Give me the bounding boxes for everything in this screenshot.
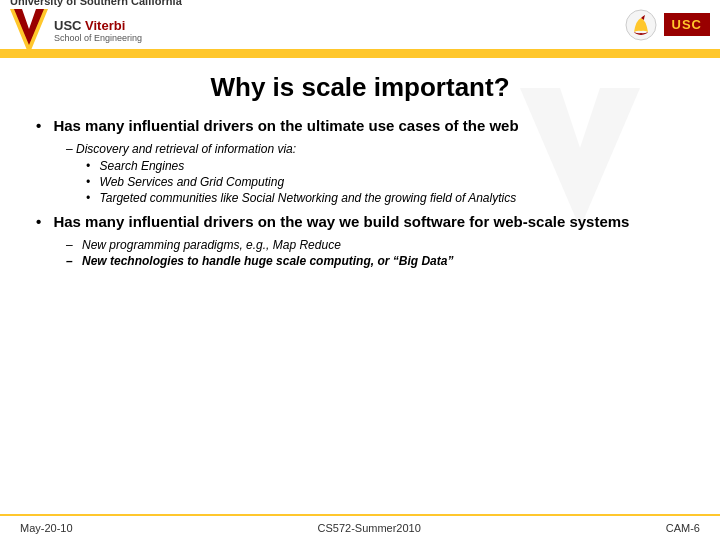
- sub-item-discovery: – Discovery and retrieval of information…: [66, 142, 684, 156]
- footer-left: May-20-10: [20, 522, 73, 534]
- header-right: USC: [624, 8, 710, 42]
- usc-logo-box: USC: [664, 13, 710, 36]
- sub-item-paradigms: New programming paradigms, e.g., Map Red…: [66, 238, 684, 252]
- footer-right: CAM-6: [666, 522, 700, 534]
- bullet-1-sublist: – Discovery and retrieval of information…: [66, 142, 684, 205]
- viterbi-logo: USC Viterbi School of Engineering: [10, 9, 182, 55]
- bullet-2-sublist: New programming paradigms, e.g., Map Red…: [66, 238, 684, 268]
- viterbi-name: Viterbi: [85, 18, 125, 33]
- slide-title: Why is scale important?: [36, 72, 684, 103]
- sub-sub-search-engines: Search Engines: [86, 159, 684, 173]
- sub-sub-targeted: Targeted communities like Social Network…: [86, 191, 684, 205]
- main-content: Why is scale important? Has many influen…: [0, 58, 720, 286]
- usc-university-text: University of Southern California: [10, 0, 182, 7]
- sub-item-bigdata: New technologies to handle huge scale co…: [66, 254, 684, 268]
- viterbi-text: USC Viterbi School of Engineering: [54, 19, 142, 43]
- footer-center: CS572-Summer2010: [318, 522, 421, 534]
- school-of-engineering: School of Engineering: [54, 34, 142, 44]
- bullet-1: Has many influential drivers on the ulti…: [36, 117, 684, 134]
- footer: May-20-10 CS572-Summer2010 CAM-6: [0, 514, 720, 540]
- v-logo-icon: [10, 9, 48, 55]
- bullet-2: Has many influential drivers on the way …: [36, 213, 684, 230]
- header-left: University of Southern California USC Vi…: [10, 0, 182, 55]
- trojan-helmet-icon: [624, 8, 658, 42]
- sub-sub-web-services: Web Services and Grid Computing: [86, 175, 684, 189]
- sub-sub-list: Search Engines Web Services and Grid Com…: [86, 159, 684, 205]
- header: University of Southern California USC Vi…: [0, 0, 720, 52]
